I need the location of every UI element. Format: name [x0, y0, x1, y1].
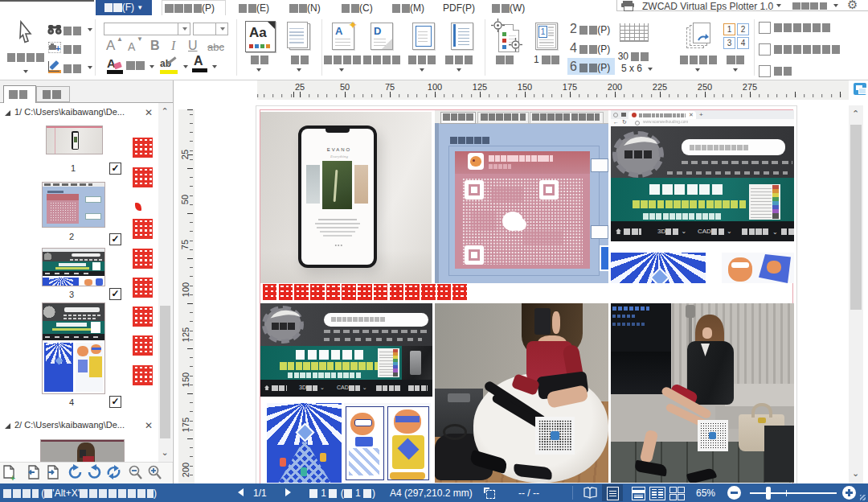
svg-text:+: + [10, 474, 15, 481]
